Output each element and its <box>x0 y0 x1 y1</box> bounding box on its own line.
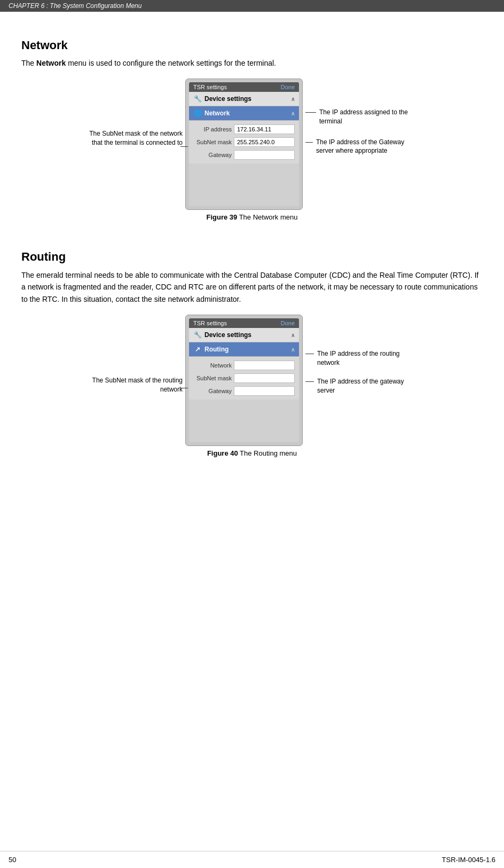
figure-40-area: The SubNet mask of the routing network T… <box>21 315 483 470</box>
fig39-right-ann1: The IP address assigned to the terminal <box>305 108 418 126</box>
fig40-right-line1 <box>305 354 314 354</box>
fig40-menu-device-settings[interactable]: 🔧 Device settings ∧ <box>189 328 299 342</box>
fig40-right-col: The IP address of the routing network Th… <box>305 315 418 395</box>
fig40-left-line <box>180 388 188 388</box>
fig39-right-ann2: The IP address of the Gateway server whe… <box>305 138 418 156</box>
fig40-right-line2 <box>305 381 314 382</box>
fig40-left-col: The SubNet mask of the routing network <box>86 315 183 408</box>
fig39-device-col: TSR settings Done 🔧 Device settings ∧ <box>183 79 305 210</box>
fig39-left-line <box>180 146 188 147</box>
fig39-caption: Figure 39 The Network menu <box>207 213 298 221</box>
fig39-topbar-title: TSR settings <box>193 84 227 90</box>
fig39-field-gateway: Gateway <box>189 148 299 161</box>
section-routing-title: Routing <box>21 250 483 264</box>
fig40-network-label: Network <box>193 362 232 369</box>
section-network-title: Network <box>21 38 483 52</box>
page-footer: 50 TSR-IM-0045-1.6 <box>0 851 504 868</box>
fig39-left-ann1: The SubNet mask of the network that the … <box>86 129 183 147</box>
fig39-right-line2 <box>305 142 313 143</box>
fig39-ip-value[interactable]: 172.16.34.11 <box>234 124 295 134</box>
fig39-subnet-label: SubNet mask <box>193 139 232 145</box>
figure-39-area: The SubNet mask of the network that the … <box>21 79 483 234</box>
fig40-tsr-device: TSR settings Done 🔧 Device settings ∧ <box>185 315 303 446</box>
section-routing-description: The emerald terminal needs to be able to… <box>21 269 483 305</box>
fig39-right-line1 <box>305 112 316 113</box>
section-network-intro: The Network menu is used to configure th… <box>21 58 483 69</box>
fig40-gateway-value[interactable] <box>234 386 295 396</box>
figure-40-layout: The SubNet mask of the routing network T… <box>21 315 483 446</box>
fig40-fields: Network SubNet mask Gatewa <box>189 357 299 400</box>
fig40-menu-routing[interactable]: ↗ Routing ∧ <box>189 342 299 357</box>
fig40-routing-label: Routing <box>204 346 229 353</box>
fig39-gateway-label: Gateway <box>193 152 232 158</box>
fig39-done-btn[interactable]: Done <box>281 84 295 90</box>
fig40-right-ann2: The IP address of the gateway server <box>305 377 418 395</box>
fig40-device-col: TSR settings Done 🔧 Device settings ∧ <box>183 315 305 446</box>
fig40-field-network: Network <box>189 359 299 372</box>
fig40-routing-caret: ∧ <box>291 347 295 353</box>
fig39-ip-label: IP address <box>193 126 232 132</box>
chapter-header: CHAPTER 6 : The System Configuration Men… <box>0 0 504 12</box>
fig39-left-col: The SubNet mask of the network that the … <box>86 79 183 161</box>
fig40-caption-bold: Figure 40 <box>207 449 238 457</box>
fig39-field-ip: IP address 172.16.34.11 <box>189 123 299 136</box>
fig39-menu-device-settings[interactable]: 🔧 Device settings ∧ <box>189 92 299 106</box>
fig40-right-ann1: The IP address of the routing network <box>305 349 418 367</box>
figure-39-layout: The SubNet mask of the network that the … <box>21 79 483 210</box>
fig40-field-gateway: Gateway <box>189 385 299 397</box>
footer-page-number: 50 <box>9 856 16 864</box>
fig39-device-settings-label: Device settings <box>204 95 251 103</box>
fig40-caption: Figure 40 The Routing menu <box>207 449 297 457</box>
fig40-topbar: TSR settings Done <box>189 318 299 328</box>
fig39-gateway-value[interactable] <box>234 150 295 160</box>
fig40-gateway-label: Gateway <box>193 388 232 394</box>
fig39-caption-rest: The Network menu <box>237 213 297 221</box>
intro-prefix: The <box>21 59 36 67</box>
fig40-settings-icon: 🔧 <box>193 331 202 339</box>
fig39-subnet-value[interactable]: 255.255.240.0 <box>234 137 295 147</box>
chapter-header-text: CHAPTER 6 : The System Configuration Men… <box>9 2 141 10</box>
fig39-menu-network[interactable]: 🌐 Network ∧ <box>189 106 299 121</box>
fig40-field-subnet: SubNet mask <box>189 372 299 385</box>
footer-doc-id: TSR-IM-0045-1.6 <box>442 856 495 864</box>
fig39-network-icon: 🌐 <box>193 109 202 118</box>
fig40-subnet-value[interactable] <box>234 373 295 383</box>
fig39-fields: IP address 172.16.34.11 SubNet mask 255.… <box>189 121 299 163</box>
fig39-tsr-device: TSR settings Done 🔧 Device settings ∧ <box>185 79 303 210</box>
fig40-device-settings-caret: ∧ <box>291 332 295 338</box>
fig39-right-ann1-text: The IP address assigned to the terminal <box>319 108 418 126</box>
fig39-field-subnet: SubNet mask 255.255.240.0 <box>189 136 299 148</box>
fig39-network-label: Network <box>204 110 230 117</box>
fig40-subnet-label: SubNet mask <box>193 375 232 381</box>
fig39-topbar: TSR settings Done <box>189 82 299 92</box>
fig39-spacer <box>189 163 299 206</box>
fig39-network-caret: ∧ <box>291 111 295 116</box>
fig40-right-ann2-text: The IP address of the gateway server <box>317 377 418 395</box>
fig39-settings-icon: 🔧 <box>193 95 202 103</box>
intro-rest: menu is used to configure the network se… <box>66 59 276 67</box>
fig39-right-col: The IP address assigned to the terminal … <box>305 79 418 155</box>
fig40-device-settings-label: Device settings <box>204 331 251 339</box>
fig39-caption-bold: Figure 39 <box>207 213 238 221</box>
fig40-network-value[interactable] <box>234 361 295 370</box>
fig40-right-ann1-text: The IP address of the routing network <box>317 349 418 367</box>
fig40-done-btn[interactable]: Done <box>281 320 295 326</box>
fig39-right-ann2-text: The IP address of the Gateway server whe… <box>316 138 418 156</box>
fig39-device-settings-caret: ∧ <box>291 96 295 102</box>
fig40-topbar-title: TSR settings <box>193 320 227 326</box>
intro-bold: Network <box>36 59 66 67</box>
fig40-caption-rest: The Routing menu <box>238 449 297 457</box>
fig40-spacer <box>189 400 299 442</box>
fig40-left-ann1: The SubNet mask of the routing network <box>86 376 183 394</box>
fig40-routing-icon: ↗ <box>193 345 202 354</box>
